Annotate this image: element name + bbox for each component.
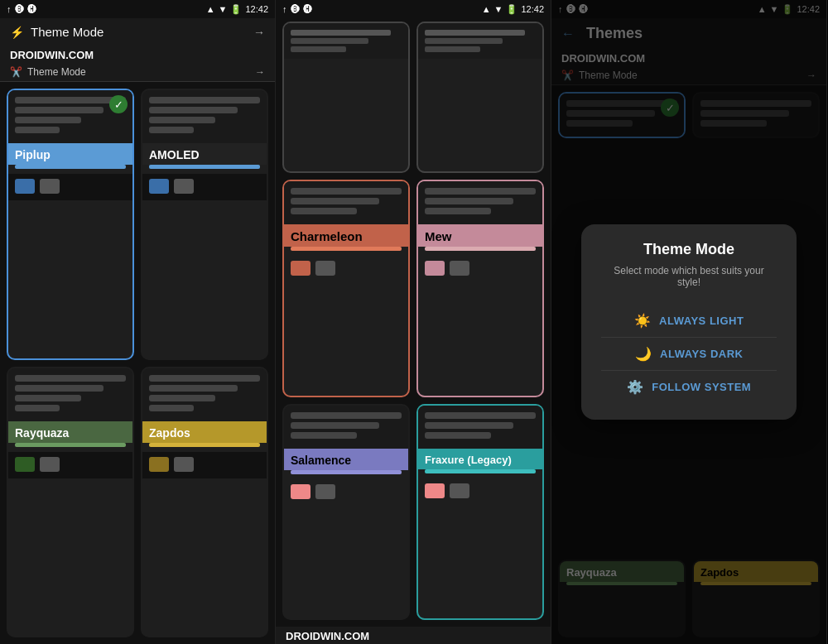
sub-icon-left: ✂️ (10, 66, 22, 78)
swatch1 (425, 483, 445, 498)
preview-bar (425, 422, 513, 429)
theme-icon: ⚡ (10, 26, 24, 39)
partial-card-2 (416, 22, 544, 173)
swatch2 (450, 483, 469, 498)
mew-label: Mew (418, 224, 542, 247)
preview-bar (425, 198, 513, 204)
always-light-option[interactable]: ☀️ ALWAYS LIGHT (601, 305, 777, 338)
theme-mode-modal: Theme Mode Select mode which best suits … (581, 224, 797, 420)
sun-icon: ☀️ (634, 313, 652, 329)
always-dark-label: ALWAYS DARK (660, 348, 743, 360)
theme-card-piplup[interactable]: ✓ Piplup (7, 89, 134, 360)
theme-card-zapdos[interactable]: Zapdos (141, 367, 268, 638)
left-header-title: Theme Mode (31, 25, 247, 39)
swatch1 (425, 261, 445, 276)
preview-bar (149, 395, 215, 401)
swatch1 (149, 179, 169, 194)
bh-icon1: 🅑 (291, 4, 300, 14)
theme-card-charmeleon[interactable]: Charmeleon (282, 180, 410, 396)
amoled-label: AMOLED (142, 143, 267, 165)
swatch1 (15, 179, 35, 194)
bh-icon2: 🅗 (27, 4, 36, 14)
swatch2 (40, 457, 60, 472)
mid-status-right: ▲ ▼ 🔋 12:42 (482, 4, 544, 15)
preview-bar (15, 375, 126, 382)
preview-bar (291, 208, 357, 214)
preview-bar (291, 198, 379, 204)
swatch2 (174, 179, 194, 194)
preview-bar (291, 188, 402, 195)
follow-system-option[interactable]: ⚙️ FOLLOW SYSTEM (601, 371, 777, 403)
upload-icon: ↑ (7, 4, 12, 14)
salamence-swatches (284, 479, 408, 506)
battery-icon: 🔋 (230, 4, 242, 15)
swatch2 (40, 179, 60, 194)
preview-bar (15, 117, 81, 123)
preview-bar (15, 405, 60, 411)
signal-icon: ▼ (494, 4, 503, 14)
swatch1 (291, 484, 310, 499)
preview-bar (291, 432, 357, 439)
middle-status-bar: ↑ 🅑 🅗 ▲ ▼ 🔋 12:42 (276, 0, 551, 18)
left-sub-arrow[interactable]: → (255, 66, 265, 78)
preview-bar (291, 422, 379, 429)
wifi-icon: ▲ (482, 4, 491, 14)
salamence-accent-bar (291, 470, 402, 474)
left-site-name: DROIDWIN.COM (0, 46, 275, 63)
amoled-swatches (142, 174, 267, 200)
amoled-preview (142, 90, 267, 143)
left-status-bar: ↑ 🅑 🅗 ▲ ▼ 🔋 12:42 (0, 0, 275, 18)
mid-status-left: ↑ 🅑 🅗 (282, 4, 312, 14)
middle-site-name: DROIDWIN.COM (276, 627, 551, 644)
theme-card-salamence[interactable]: Salamence (282, 404, 410, 620)
left-header-arrow[interactable]: → (253, 26, 265, 39)
fraxure-swatches (418, 478, 542, 505)
swatch1 (291, 261, 310, 276)
swatch2 (315, 261, 335, 276)
upload-icon: ↑ (282, 4, 287, 14)
preview-bar (149, 127, 194, 133)
zapdos-preview (142, 368, 267, 421)
selected-badge: ✓ (109, 95, 128, 113)
amoled-accent-bar (149, 165, 260, 169)
mew-preview (418, 181, 542, 224)
theme-card-rayquaza[interactable]: Rayquaza (7, 367, 134, 638)
piplup-label: Piplup (8, 143, 132, 165)
left-header: ⚡ Theme Mode → (0, 18, 275, 46)
modal-overlay: Theme Mode Select mode which best suits … (551, 0, 826, 644)
salamence-label: Salamence (284, 449, 408, 470)
fraxure-accent-bar (425, 469, 536, 473)
wifi-icon: ▲ (206, 4, 215, 14)
preview-bar (291, 412, 402, 419)
rayquaza-accent-bar (15, 443, 126, 447)
piplup-swatches (8, 174, 132, 200)
modal-subtitle: Select mode which best suits your style! (601, 265, 777, 288)
piplup-accent-bar (15, 165, 126, 169)
swatch1 (15, 457, 35, 472)
preview-bar (15, 395, 81, 401)
always-dark-option[interactable]: 🌙 ALWAYS DARK (601, 338, 777, 371)
moon-icon: 🌙 (635, 346, 652, 362)
fraxure-preview (418, 406, 542, 449)
preview-bar (15, 385, 104, 392)
theme-card-fraxure[interactable]: Fraxure (Legacy) (416, 404, 544, 620)
left-sub-title: Theme Mode (27, 66, 250, 78)
preview-bar (15, 107, 104, 113)
left-themes-grid: ✓ Piplup AMOLED (0, 82, 275, 644)
swatch1 (149, 457, 169, 472)
charmeleon-accent-bar (291, 247, 402, 251)
system-icon: ⚙️ (627, 379, 644, 395)
theme-card-mew[interactable]: Mew (416, 180, 544, 396)
zapdos-accent-bar (149, 443, 260, 447)
middle-panel: ↑ 🅑 🅗 ▲ ▼ 🔋 12:42 (276, 0, 551, 644)
signal-icon: ▼ (219, 4, 228, 14)
zapdos-swatches (142, 452, 267, 478)
preview-bar (425, 188, 536, 195)
theme-card-amoled[interactable]: AMOLED (141, 89, 268, 360)
bh-icon2: 🅗 (303, 4, 312, 14)
charmeleon-preview (284, 181, 408, 224)
preview-bar (425, 208, 491, 214)
preview-bar (149, 107, 238, 113)
mew-accent-bar (425, 247, 536, 251)
bh-icon1: 🅑 (15, 4, 24, 14)
